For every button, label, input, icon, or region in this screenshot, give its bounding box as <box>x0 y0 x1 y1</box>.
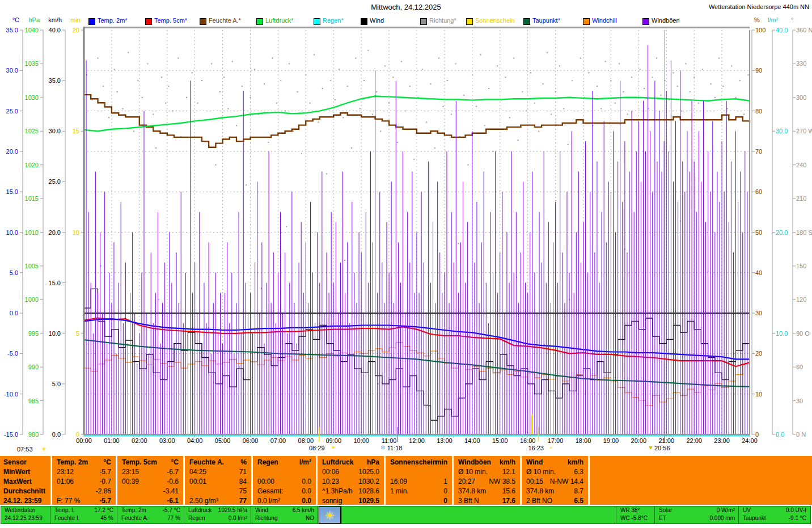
richtung-dot <box>192 72 193 73</box>
plot-top-frame <box>84 27 750 28</box>
richtung-dot <box>297 91 298 92</box>
table-col-header: Windkm/h <box>522 458 588 467</box>
richtung-dot <box>488 88 489 89</box>
table-cell: 20:27NW 38.5 <box>454 477 520 486</box>
col-name: Luftdruck <box>322 458 353 466</box>
richtung-dot <box>555 91 556 92</box>
cell-value: 0 <box>443 487 447 495</box>
richtung-dot <box>451 114 452 115</box>
hour-label: 17:00 <box>542 437 569 444</box>
cell-value: 84 <box>239 478 247 485</box>
richtung-dot <box>147 63 149 64</box>
table-row-label: MaxWert <box>0 477 50 486</box>
annotation-time: 20:56 <box>654 445 670 451</box>
table-cell: 1 min.0 <box>386 487 452 496</box>
cell-left: 374.8 km <box>526 487 554 495</box>
cell-left: 3 Bft N <box>458 497 479 505</box>
hour-label: 05:00 <box>209 437 236 444</box>
richtung-dot <box>223 77 225 78</box>
status-label: Temp. I. <box>54 507 75 513</box>
annotation-time: 16:23 <box>528 445 544 451</box>
richtung-dot <box>631 77 632 78</box>
cell-value: 0 <box>443 497 447 505</box>
richtung-dot <box>330 80 331 81</box>
richtung-dot <box>640 69 641 70</box>
hour-label: 00:00 <box>70 437 98 444</box>
richtung-dot <box>718 58 720 59</box>
richtung-dot <box>360 108 361 109</box>
status-label: WR 38° <box>620 507 640 513</box>
cell-value: 71 <box>239 468 247 476</box>
col-name: Windböen <box>458 458 491 466</box>
cell-left: 0.0 l/m² <box>257 497 280 505</box>
cell-value: 15.6 <box>502 487 515 495</box>
table-cell: 10:231030.2 <box>318 477 384 486</box>
status-cell: UV0.0 UV-I <box>740 507 809 515</box>
cell-left: F: 77 % <box>57 497 80 505</box>
table-cell: Ø 10 min.6.3 <box>522 467 588 476</box>
cell-left: 10:23 <box>322 478 339 485</box>
table-col-header: Regenl/m² <box>253 458 316 467</box>
richtung-dot <box>401 61 402 62</box>
richtung-dot <box>305 74 306 75</box>
richtung-dot <box>467 164 468 166</box>
status-value: 0 W/m² <box>717 507 735 513</box>
richtung-dot <box>153 114 154 115</box>
richtung-dot <box>568 144 569 145</box>
richtung-dot <box>497 65 498 66</box>
cell-left: 00:01 <box>189 478 206 485</box>
richtung-dot <box>326 174 327 175</box>
table-col-header: LuftdruckhPa <box>318 458 384 467</box>
richtung-dot <box>434 147 435 149</box>
table-cell: 00:39-0.6 <box>117 477 183 486</box>
richtung-dot <box>211 63 212 64</box>
col-name: Sonnenschein <box>390 458 437 466</box>
richtung-dot <box>314 54 315 56</box>
cell-left: 00:00 <box>257 478 274 485</box>
richtung-dot <box>397 142 398 143</box>
col-unit: km/h <box>568 458 583 466</box>
cell-left: 00:39 <box>122 478 139 485</box>
cell-value: 1025.0 <box>358 468 379 476</box>
table-cell <box>386 467 452 476</box>
richtung-dot <box>580 58 581 59</box>
cell-value: -2.86 <box>96 487 111 495</box>
richtung-dot <box>172 111 174 112</box>
sun-weather-icon: ☀ <box>319 506 341 523</box>
richtung-dot <box>522 91 523 92</box>
table-cell: 23:12-5.7 <box>52 467 116 476</box>
status-value: -9.1 °C <box>789 515 806 521</box>
table-cell: 374.8 km15.6 <box>454 487 520 496</box>
status-separator <box>616 506 616 524</box>
richtung-dot <box>652 77 653 78</box>
richtung-dot <box>619 63 620 64</box>
richtung-dot <box>108 117 109 118</box>
richtung-dot <box>227 108 229 109</box>
table-col-temp-2m: Temp. 2m°C23:12-5.701:06-0.7-2.86F: 77 %… <box>52 456 116 505</box>
status-cell: Solar0 W/m² <box>656 507 738 515</box>
hour-label: 02:00 <box>126 437 153 444</box>
hour-label: 09:00 <box>320 437 347 444</box>
richtung-dot <box>122 108 123 109</box>
table-cell: 2 Bft NO6.5 <box>522 496 588 505</box>
richtung-dot <box>380 130 381 132</box>
richtung-dot <box>693 77 695 78</box>
status-label: Temp. 2m <box>121 507 146 513</box>
cell-left: Ø 10 min. <box>526 468 556 476</box>
richtung-dot <box>219 91 221 92</box>
richtung-dot <box>739 80 741 81</box>
richtung-dot <box>376 91 377 92</box>
status-cell: Temp. 2m-5.7 °C <box>119 507 183 515</box>
richtung-dot <box>117 91 118 92</box>
richtung-dot <box>505 77 506 78</box>
richtung-dot <box>155 147 157 149</box>
table-cell: Ø 10 min.12.1 <box>454 467 520 476</box>
status-label: Taupunkt <box>743 515 766 521</box>
richtung-dot <box>422 69 423 70</box>
richtung-dot <box>615 103 616 104</box>
richtung-dot <box>177 58 179 59</box>
richtung-dot <box>442 106 443 107</box>
hour-label: 10:00 <box>348 437 375 444</box>
col-name: Temp. 2m <box>57 458 88 466</box>
richtung-dot <box>264 83 265 85</box>
